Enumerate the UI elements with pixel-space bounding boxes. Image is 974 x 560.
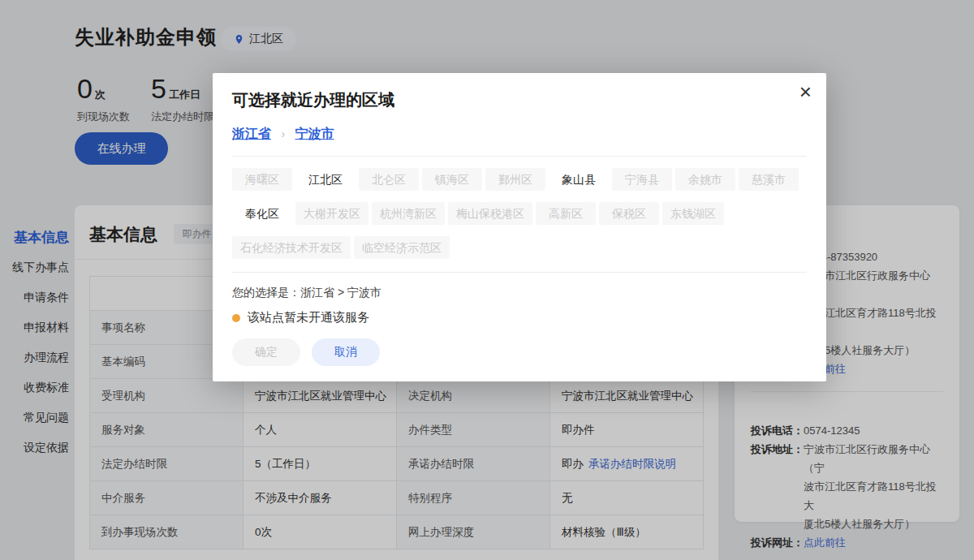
region-pill-disabled: 慈溪市 [739, 168, 799, 191]
modal-buttons: 确定 取消 [232, 338, 807, 366]
region-pill-disabled: 石化经济技术开发区 [232, 236, 351, 259]
breadcrumb-province-link[interactable]: 浙江省 [232, 127, 271, 140]
region-pill-disabled: 临空经济示范区 [354, 236, 450, 259]
warning-message: 该站点暂未开通该服务 [232, 310, 807, 325]
region-pill-enabled[interactable]: 象山县 [549, 168, 609, 191]
region-pill-disabled: 镇海区 [422, 168, 482, 191]
divider [232, 156, 807, 157]
region-pill-disabled: 高新区 [536, 202, 596, 225]
region-select-modal: × 可选择就近办理的区域 浙江省 › 宁波市 海曙区 江北区 北仑区 镇海区 鄞… [213, 73, 826, 381]
region-pill-disabled: 杭州湾新区 [372, 202, 445, 225]
cancel-button[interactable]: 取消 [312, 338, 380, 366]
region-pill-enabled[interactable]: 奉化区 [232, 202, 292, 225]
region-pill-disabled: 北仑区 [359, 168, 419, 191]
confirm-button[interactable]: 确定 [232, 338, 300, 366]
warning-dot-icon [232, 314, 240, 322]
region-pill-disabled: 海曙区 [232, 168, 292, 191]
region-pill-disabled: 保税区 [599, 202, 659, 225]
region-pill-disabled: 梅山保税港区 [448, 202, 532, 225]
region-pill-enabled[interactable]: 江北区 [295, 168, 356, 191]
region-pill-disabled: 大榭开发区 [295, 202, 368, 225]
selection-label: 您的选择是： [232, 286, 300, 299]
region-breadcrumb: 浙江省 › 宁波市 [232, 126, 807, 143]
close-icon[interactable]: × [799, 81, 812, 102]
region-pill-list: 海曙区 江北区 北仑区 镇海区 鄞州区 象山县 宁海县 余姚市 慈溪市 奉化区 … [232, 168, 807, 259]
chevron-right-icon: › [281, 127, 285, 140]
region-pill-disabled: 宁海县 [612, 168, 672, 191]
page: 失业补助金申领 江北区 0次 到现场次数 5工作日 法定办结时限 即办 承诺办结… [0, 0, 974, 560]
region-pill-disabled: 东钱湖区 [662, 202, 724, 225]
region-pill-disabled: 余姚市 [675, 168, 735, 191]
selection-summary: 您的选择是：浙江省 > 宁波市 [232, 286, 807, 300]
selection-value: 浙江省 > 宁波市 [300, 286, 381, 299]
region-pill-disabled: 鄞州区 [485, 168, 545, 191]
breadcrumb-city-link[interactable]: 宁波市 [295, 127, 334, 140]
modal-title: 可选择就近办理的区域 [232, 89, 807, 111]
warning-text: 该站点暂未开通该服务 [248, 310, 369, 325]
divider [232, 272, 807, 273]
